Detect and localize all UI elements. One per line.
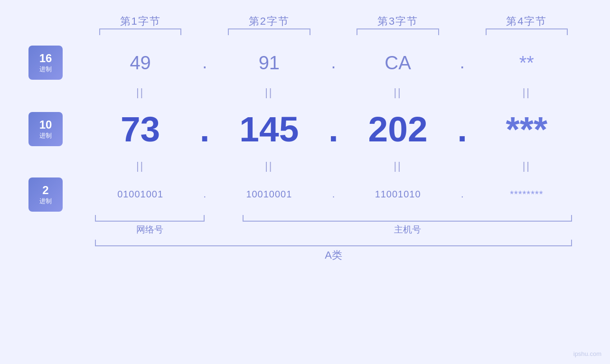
eq1-b3: || — [394, 86, 402, 99]
host-label: 主机号 — [243, 224, 572, 236]
bracket-col4 — [486, 28, 568, 35]
eq1-b1: || — [136, 86, 144, 99]
dec-b1: 73 — [121, 109, 160, 149]
col3-header: 第3字节 — [343, 14, 453, 28]
eq1-b4: || — [523, 86, 531, 99]
bin-b4: ******** — [510, 189, 543, 200]
dec-dot1: . — [200, 109, 210, 149]
hex-dot1: . — [202, 53, 207, 73]
hex-b4: ** — [519, 52, 534, 74]
network-bracket — [95, 215, 205, 222]
bracket-col1 — [99, 28, 181, 35]
dec-b3: 202 — [368, 109, 428, 149]
eq2-b4: || — [523, 160, 531, 172]
bin-label: 2 进制 — [28, 177, 63, 212]
dec-dot3: . — [457, 109, 467, 149]
hex-b2: 91 — [259, 52, 280, 74]
dec-b2: 145 — [239, 109, 299, 149]
hex-b3: CA — [385, 52, 411, 74]
host-bracket — [243, 215, 572, 222]
eq2-b1: || — [136, 160, 144, 172]
bin-b3: 11001010 — [375, 189, 421, 200]
eq1-b2: || — [265, 86, 273, 99]
network-label: 网络号 — [95, 224, 205, 236]
bin-dot3: . — [461, 189, 464, 200]
bin-b1: 01001001 — [117, 189, 163, 200]
bracket-col2 — [228, 28, 310, 35]
hex-b1: 49 — [130, 52, 151, 74]
main-container: 第1字节 第2字节 第3字节 第4字节 16 进制 — [0, 0, 610, 364]
eq2-b3: || — [394, 160, 402, 172]
col1-header: 第1字节 — [85, 14, 195, 28]
hex-dot3: . — [460, 53, 465, 73]
dec-dot2: . — [328, 109, 338, 149]
dec-b4: *** — [506, 109, 548, 149]
bottom-brackets: 网络号 主机号 A类 — [28, 215, 582, 262]
class-bracket — [95, 240, 572, 246]
bin-dot2: . — [332, 189, 335, 200]
hex-label: 16 进制 — [28, 46, 63, 80]
col4-header: 第4字节 — [472, 14, 582, 28]
bin-b2: 10010001 — [246, 189, 292, 200]
dec-label: 10 进制 — [28, 112, 63, 146]
bracket-col3 — [357, 28, 439, 35]
watermark: ipshu.com — [573, 350, 601, 357]
bin-dot1: . — [203, 189, 206, 200]
hex-dot2: . — [331, 53, 336, 73]
col2-header: 第2字节 — [214, 14, 324, 28]
class-label: A类 — [95, 248, 572, 262]
eq2-b2: || — [265, 160, 273, 172]
